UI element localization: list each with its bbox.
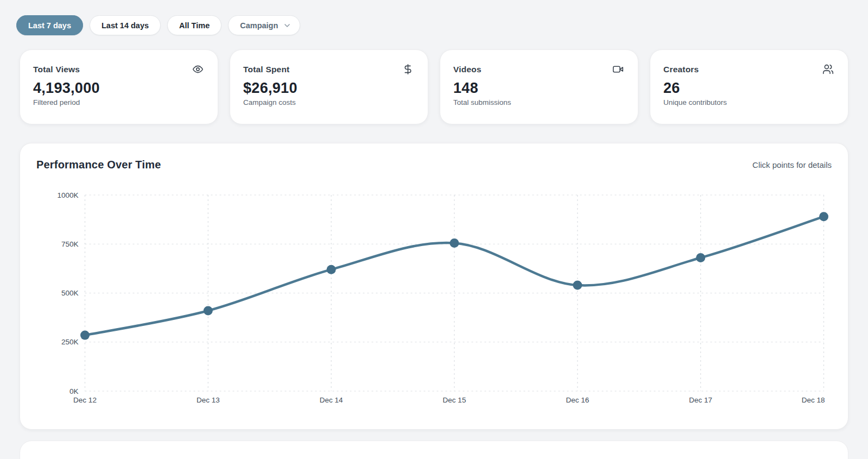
y-axis-tick-label: 750K	[61, 240, 79, 248]
y-axis-tick-label: 250K	[61, 338, 79, 346]
chart-hint: Click points for details	[752, 160, 832, 169]
x-axis-tick-label: Dec 15	[443, 396, 466, 404]
stat-card-total-spent: Total Spent $26,910 Campaign costs	[230, 49, 428, 124]
chevron-down-icon	[283, 21, 292, 30]
x-axis-tick-label: Dec 13	[197, 396, 220, 404]
stat-title: Creators	[663, 65, 699, 74]
stat-value: 148	[453, 80, 624, 97]
chart-point-dec-13[interactable]	[204, 306, 213, 315]
stat-value: 26	[663, 80, 834, 97]
chart-point-dec-14[interactable]	[327, 265, 336, 274]
chart-point-dec-18[interactable]	[819, 212, 828, 221]
dollar-icon	[402, 64, 414, 75]
stat-value: $26,910	[243, 80, 414, 97]
video-icon	[612, 64, 624, 75]
y-axis-tick-label: 0K	[69, 387, 79, 395]
stat-subtitle: Campaign costs	[243, 98, 414, 106]
x-axis-tick-label: Dec 17	[689, 396, 712, 404]
chart-point-dec-16[interactable]	[573, 281, 582, 290]
stat-subtitle: Total submissions	[453, 98, 624, 106]
performance-chart-card: Performance Over Time Click points for d…	[20, 143, 848, 430]
stat-subtitle: Unique contributors	[663, 98, 834, 106]
y-axis-tick-label: 1000K	[57, 191, 78, 199]
performance-line-chart: 0K250K500K750K1000KDec 12Dec 13Dec 14Dec…	[36, 175, 832, 414]
filter-last-7-days[interactable]: Last 7 days	[16, 15, 83, 35]
stat-value: 4,193,000	[33, 80, 204, 97]
filter-last-14-days[interactable]: Last 14 days	[90, 15, 161, 35]
y-axis-tick-label: 500K	[61, 289, 79, 297]
stat-title: Videos	[453, 65, 481, 74]
chart-point-dec-17[interactable]	[696, 253, 705, 262]
stat-subtitle: Filtered period	[33, 98, 204, 106]
chart-point-dec-15[interactable]	[450, 238, 459, 248]
x-axis-tick-label: Dec 16	[566, 396, 589, 404]
chart-title: Performance Over Time	[36, 159, 161, 171]
eye-icon	[192, 64, 204, 75]
x-axis-tick-label: Dec 12	[73, 396, 97, 404]
filter-all-time[interactable]: All Time	[167, 15, 221, 35]
stat-card-total-views: Total Views 4,193,000 Filtered period	[20, 49, 218, 124]
stat-title: Total Spent	[243, 65, 289, 74]
x-axis-tick-label: Dec 14	[320, 396, 343, 404]
x-axis-tick-label: Dec 18	[802, 396, 825, 404]
campaign-dropdown[interactable]: Campaign	[228, 15, 300, 35]
next-section-card-cutoff	[20, 441, 848, 459]
users-icon	[822, 64, 834, 75]
chart-point-dec-12[interactable]	[80, 331, 90, 340]
line-chart: 0K250K500K750K1000KDec 12Dec 13Dec 14Dec…	[36, 175, 832, 417]
stat-card-creators: Creators 26 Unique contributors	[650, 49, 848, 124]
campaign-dropdown-label: Campaign	[240, 21, 278, 30]
stat-title: Total Views	[33, 65, 80, 74]
stats-row: Total Views 4,193,000 Filtered period To…	[20, 49, 848, 124]
stat-card-videos: Videos 148 Total submissions	[440, 49, 638, 124]
date-filter-bar: Last 7 days Last 14 days All Time Campai…	[16, 15, 868, 35]
